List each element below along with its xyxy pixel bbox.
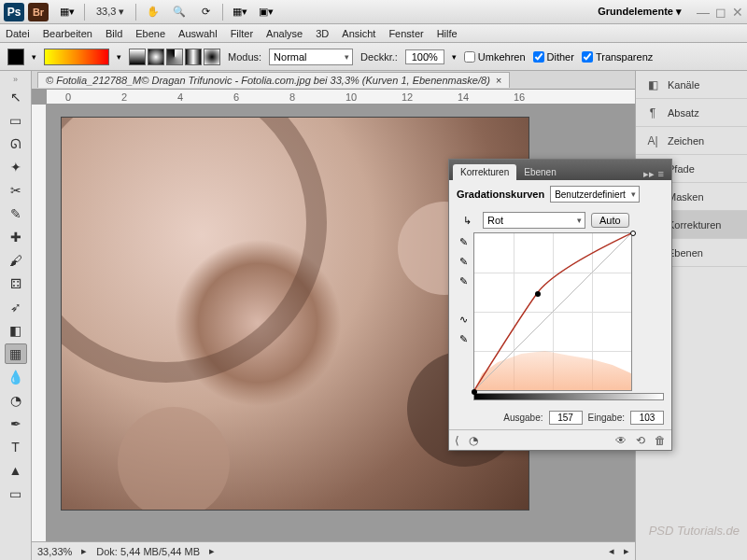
tab-layers[interactable]: Ebenen (516, 164, 563, 180)
status-doc-info[interactable]: Dok: 5,44 MB/5,44 MB (96, 546, 200, 557)
eyedropper-tool-icon[interactable]: ✎ (5, 203, 27, 224)
eyedropper-black-icon[interactable]: ✎ (459, 236, 468, 248)
pen-tool-icon[interactable]: ✒ (5, 413, 27, 434)
menu-file[interactable]: Datei (6, 28, 30, 39)
watermark: PSD Tutorials.de (649, 524, 740, 538)
menu-edit[interactable]: Bearbeiten (43, 28, 92, 39)
status-zoom[interactable]: 33,33% (37, 546, 72, 557)
maximize-icon[interactable]: ◻ (715, 6, 726, 19)
marquee-tool-icon[interactable]: ▭ (5, 110, 27, 131)
tab-close-icon[interactable]: × (496, 75, 501, 86)
app-icon-bridge[interactable]: Br (28, 3, 49, 21)
workspace-switcher[interactable]: Grundelemente ▾ (598, 6, 682, 18)
eyedropper-white-icon[interactable]: ✎ (459, 275, 468, 287)
collapse-icon[interactable]: ▸▸ (643, 168, 655, 180)
stamp-tool-icon[interactable]: ⚃ (5, 273, 27, 294)
rotate-view-icon[interactable]: ⟳ (193, 3, 218, 21)
back-icon[interactable]: ⟨ (455, 434, 459, 447)
panel-paragraph[interactable]: ¶Absatz (636, 99, 747, 127)
heal-tool-icon[interactable]: ✚ (5, 227, 27, 247)
type-tool-icon[interactable]: T (5, 437, 27, 457)
input-value-input[interactable] (630, 411, 664, 425)
hand-tool-icon[interactable]: ✋ (141, 3, 165, 21)
close-icon[interactable]: ✕ (732, 6, 743, 19)
crop-tool-icon[interactable]: ✂ (5, 180, 27, 201)
opacity-input[interactable] (405, 49, 444, 64)
chevron-right-icon[interactable]: ▸ (81, 545, 87, 557)
zoom-level-display[interactable]: 33,3 ▾ (96, 6, 124, 18)
zoom-tool-icon[interactable]: 🔍 (167, 3, 191, 21)
app-icon-photoshop[interactable]: Ps (4, 3, 24, 21)
input-gradient-strip[interactable] (473, 393, 664, 400)
menu-view[interactable]: Ansicht (342, 28, 375, 39)
chevron-down-icon[interactable]: ▾ (452, 52, 457, 62)
scroll-left-icon[interactable]: ◂ (609, 545, 614, 557)
wand-tool-icon[interactable]: ✦ (5, 157, 27, 177)
visibility-icon[interactable]: 👁 (615, 434, 627, 447)
gradient-tool-icon[interactable]: ▦ (5, 343, 27, 364)
menu-layer[interactable]: Ebene (135, 28, 165, 39)
menu-filter[interactable]: Filter (231, 28, 253, 39)
radial-gradient-icon[interactable] (148, 49, 164, 65)
curve-line (474, 233, 631, 390)
ruler-vertical[interactable] (32, 105, 47, 541)
menu-3d[interactable]: 3D (316, 28, 329, 39)
pencil-edit-icon[interactable]: ✎ (459, 333, 468, 345)
tool-preset-icon[interactable] (7, 49, 24, 65)
arrange-docs-icon[interactable]: ▦▾ (228, 3, 252, 21)
brush-tool-icon[interactable]: 🖌 (5, 250, 27, 271)
curve-point-highlight[interactable] (630, 231, 636, 236)
document-tab[interactable]: © Fotolia_212788_M© Dragan Trifunovic - … (37, 72, 510, 88)
channel-select[interactable]: Rot (483, 212, 585, 229)
menu-image[interactable]: Bild (106, 28, 122, 39)
chevron-right-icon[interactable]: ▸ (209, 545, 215, 557)
chevron-down-icon[interactable]: ▾ (32, 52, 36, 62)
scroll-right-icon[interactable]: ▸ (624, 545, 629, 557)
tab-adjustments[interactable]: Korrekturen (453, 164, 516, 180)
options-bar: ▾ ▾ Modus: Normal Deckkr.: ▾ Umkehren Di… (0, 43, 747, 71)
blur-tool-icon[interactable]: 💧 (5, 367, 27, 387)
blend-mode-select[interactable]: Normal (269, 49, 353, 65)
toolbox-grip-icon[interactable]: » (13, 75, 18, 84)
reset-icon[interactable]: ⟲ (636, 434, 645, 447)
screen-mode-icon[interactable]: ▣▾ (254, 3, 278, 21)
reflected-gradient-icon[interactable] (185, 49, 202, 65)
path-select-icon[interactable]: ▲ (5, 460, 27, 481)
delete-icon[interactable]: 🗑 (655, 434, 666, 447)
history-brush-icon[interactable]: ➶ (5, 297, 27, 317)
dodge-tool-icon[interactable]: ◔ (5, 390, 27, 411)
curves-graph[interactable] (473, 232, 632, 391)
transparency-checkbox[interactable]: Transparenz (582, 51, 653, 63)
diamond-gradient-icon[interactable] (204, 49, 220, 65)
dither-checkbox[interactable]: Dither (533, 51, 574, 63)
panel-channels[interactable]: ◧Kanäle (636, 71, 747, 99)
ruler-horizontal[interactable]: 0 2 4 6 8 10 12 14 16 (47, 90, 635, 105)
curves-preset-select[interactable]: Benutzerdefiniert (550, 186, 640, 203)
menu-window[interactable]: Fenster (388, 28, 423, 39)
curve-edit-icon[interactable]: ∿ (459, 314, 468, 326)
curve-point-shadow[interactable] (472, 389, 477, 395)
lasso-tool-icon[interactable]: ᘏ (5, 133, 27, 154)
shape-tool-icon[interactable]: ▭ (5, 483, 27, 504)
move-tool-icon[interactable]: ↖ (5, 87, 27, 107)
chevron-down-icon[interactable]: ▾ (117, 52, 121, 62)
panel-character[interactable]: A|Zeichen (636, 127, 747, 155)
panel-tab-strip[interactable]: Korrekturen Ebenen ▸▸ ≡ (449, 160, 671, 180)
linear-gradient-icon[interactable] (129, 49, 146, 65)
reverse-checkbox[interactable]: Umkehren (464, 51, 526, 63)
sampler-icon[interactable]: ↳ (457, 215, 477, 227)
menu-help[interactable]: Hilfe (437, 28, 458, 39)
eraser-tool-icon[interactable]: ◧ (5, 320, 27, 341)
menu-select[interactable]: Auswahl (178, 28, 218, 39)
minimize-icon[interactable]: — (697, 6, 710, 19)
angle-gradient-icon[interactable] (166, 49, 183, 65)
eyedropper-gray-icon[interactable]: ✎ (459, 256, 468, 268)
panel-menu-icon[interactable]: ≡ (658, 168, 664, 180)
menu-analysis[interactable]: Analyse (266, 28, 303, 39)
output-value-input[interactable] (549, 411, 583, 425)
gradient-preview[interactable] (44, 49, 109, 65)
auto-button[interactable]: Auto (591, 213, 629, 228)
curve-point-active[interactable] (535, 291, 541, 297)
clip-icon[interactable]: ◔ (469, 434, 478, 447)
layout-dropdown-icon[interactable]: ▦▾ (55, 3, 79, 21)
